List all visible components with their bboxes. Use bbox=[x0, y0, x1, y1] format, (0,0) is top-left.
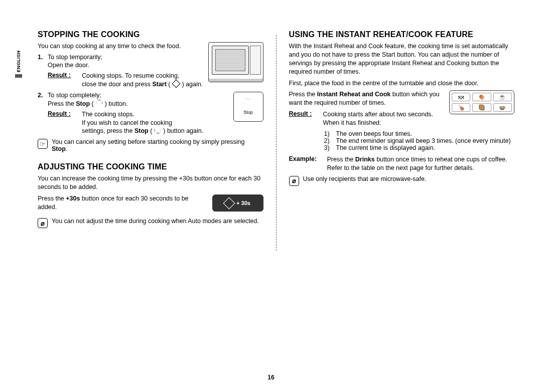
stop-button-illustration: Stop bbox=[233, 92, 263, 122]
page-number: 16 bbox=[0, 374, 542, 381]
restriction-note-icon bbox=[289, 176, 299, 186]
start-word: Start bbox=[152, 81, 166, 88]
heading-adjusting-time: ADJUSTING THE COOKING TIME bbox=[38, 162, 263, 171]
instant-result-enum: 1)The oven beeps four times. 2)The end r… bbox=[324, 130, 515, 151]
stop-word: Stop bbox=[76, 100, 90, 107]
plus30s-word: +30s bbox=[66, 195, 80, 202]
text: Press the bbox=[48, 100, 76, 107]
cancel-note-text: You can cancel any setting before starti… bbox=[52, 138, 244, 152]
enum-text: The end reminder signal will beep 3 time… bbox=[336, 137, 511, 144]
text: ) again. bbox=[180, 81, 203, 88]
text: Press the bbox=[289, 91, 317, 98]
stop-icon bbox=[155, 127, 161, 133]
step-1-result-body: Cooking stops. To resume cooking, close … bbox=[82, 72, 203, 89]
text: Press the bbox=[327, 156, 355, 163]
enum-num: 1) bbox=[324, 130, 333, 137]
instant-reheat-cook-word: Instant Reheat and Cook bbox=[317, 91, 391, 98]
enum-text: The current time is displayed again. bbox=[336, 144, 435, 151]
text: ( bbox=[149, 127, 154, 134]
preset-icon: ☕ bbox=[493, 93, 512, 101]
enum-num: 3) bbox=[324, 144, 333, 151]
heading-instant-reheat: USING THE INSTANT REHEAT/COOK FEATURE bbox=[289, 30, 515, 39]
preset-buttons-illustration: 🍽 🍖 ☕ 🍗 🥘 🍲 bbox=[449, 90, 514, 114]
plus-30s-illustration: + 30s bbox=[212, 194, 263, 212]
result-label: Result : bbox=[289, 110, 314, 127]
step-2-line-1: To stop completely; bbox=[48, 92, 101, 99]
preset-icon: 🍽 bbox=[452, 93, 470, 101]
instant-p2: First, place the food in the centre of t… bbox=[289, 79, 515, 88]
enum-num: 2) bbox=[324, 137, 333, 144]
text: settings, press the bbox=[82, 127, 134, 134]
preset-icon: 🥘 bbox=[472, 103, 491, 112]
step-2-result: Result : The cooking stops. If you wish … bbox=[48, 110, 228, 136]
microwave-illustration bbox=[208, 42, 263, 82]
hand-note-icon bbox=[38, 139, 48, 149]
text: . bbox=[66, 145, 67, 152]
stop-fig-label: Stop bbox=[243, 110, 253, 115]
preset-icon: 🍖 bbox=[472, 93, 491, 101]
microwave-safe-note-text: Use only recipients that are microwave-s… bbox=[303, 175, 427, 182]
enum-text: The oven beeps four times. bbox=[336, 130, 412, 137]
text: close the door and press bbox=[82, 81, 152, 88]
page: STOPPING THE COOKING You can stop cookin… bbox=[0, 0, 542, 266]
restriction-note-icon bbox=[38, 218, 48, 228]
preset-icon: 🍗 bbox=[452, 103, 470, 112]
text: Cooking stops. To resume cooking, bbox=[82, 72, 179, 79]
text: ( bbox=[90, 100, 95, 107]
stop-icon bbox=[96, 100, 102, 106]
cancel-note: You can cancel any setting before starti… bbox=[38, 138, 263, 152]
heading-stopping-cooking: STOPPING THE COOKING bbox=[38, 30, 263, 39]
language-tab: ENGLISH bbox=[15, 50, 22, 78]
column-divider bbox=[276, 35, 277, 251]
step-1-line-1: To stop temporarily; bbox=[48, 54, 102, 61]
instant-example: Example: Press the Drinks button once ti… bbox=[289, 155, 515, 172]
step-1-result: Result : Cooking stops. To resume cookin… bbox=[48, 72, 203, 89]
instant-p1: With the Instant Reheat and Cook feature… bbox=[289, 42, 515, 76]
drinks-word: Drinks bbox=[355, 156, 375, 163]
step-2-result-body: The cooking stops. If you wish to cancel… bbox=[82, 110, 228, 136]
text: You can cancel any setting before starti… bbox=[52, 138, 244, 145]
text: ) button. bbox=[103, 100, 127, 107]
instant-result: Result : Cooking starts after about two … bbox=[289, 110, 445, 127]
stop-word: Stop bbox=[134, 127, 149, 134]
instant-result-body: Cooking starts after about two seconds. … bbox=[323, 110, 444, 127]
auto-mode-note: You can not adjust the time during cooki… bbox=[38, 218, 263, 228]
example-body: Press the Drinks button once times to re… bbox=[327, 155, 515, 172]
text: If you wish to cancel the cooking bbox=[82, 119, 172, 126]
text: The cooking stops. bbox=[82, 111, 134, 118]
stop-hexagon-icon bbox=[243, 99, 253, 109]
step-number: 1. bbox=[38, 54, 45, 61]
result-label: Result : bbox=[48, 72, 73, 89]
text: ) button again. bbox=[162, 127, 203, 134]
result-label: Result : bbox=[48, 110, 73, 136]
left-column: STOPPING THE COOKING You can stop cookin… bbox=[38, 30, 263, 251]
diamond-icon bbox=[223, 197, 235, 209]
step-2-line-2: Press the Stop ( ) button. bbox=[48, 100, 263, 107]
start-icon bbox=[172, 79, 180, 88]
stop-word: Stop bbox=[52, 145, 66, 152]
step-2: 2. To stop completely; Press the Stop ( … bbox=[38, 92, 263, 107]
step-number: 2. bbox=[38, 92, 45, 99]
microwave-safe-note: Use only recipients that are microwave-s… bbox=[289, 175, 515, 186]
adjusting-intro: You can increase the cooking time by pre… bbox=[38, 174, 263, 191]
plus-30s-label: + 30s bbox=[236, 200, 250, 206]
auto-mode-note-text: You can not adjust the time during cooki… bbox=[52, 218, 259, 225]
example-label: Example: bbox=[289, 155, 318, 172]
right-column: USING THE INSTANT REHEAT/COOK FEATURE Wi… bbox=[289, 30, 515, 251]
text: Press the bbox=[38, 195, 66, 202]
text: ( bbox=[167, 81, 172, 88]
preset-icon: 🍲 bbox=[493, 103, 512, 112]
